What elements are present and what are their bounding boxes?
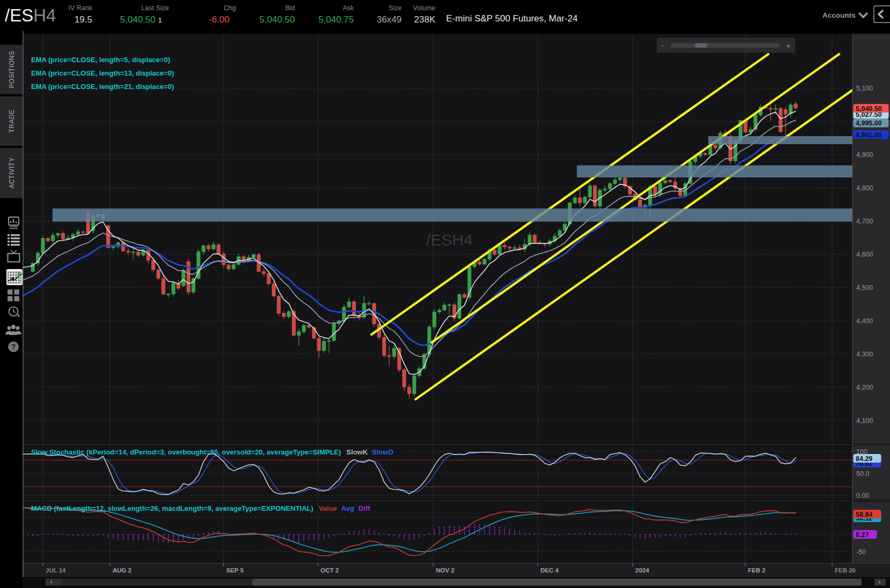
svg-text:4,800: 4,800	[856, 184, 873, 192]
svg-text:Chg: Chg	[224, 4, 236, 12]
svg-text:238K: 238K	[414, 14, 435, 25]
svg-text:-50: -50	[856, 548, 866, 556]
svg-text:4,995.00: 4,995.00	[856, 120, 882, 127]
svg-text:FEB 2: FEB 2	[748, 567, 766, 574]
svg-text:Ask: Ask	[343, 4, 354, 12]
svg-text:OCT 2: OCT 2	[321, 567, 339, 574]
svg-text:5,040.75: 5,040.75	[318, 14, 354, 25]
svg-text:EMA (price=CLOSE, length=13, d: EMA (price=CLOSE, length=13, displace=0)	[31, 69, 174, 77]
svg-text:0.00: 0.00	[856, 492, 869, 500]
svg-text:-: -	[661, 41, 664, 50]
svg-text:DEC 4: DEC 4	[540, 567, 559, 574]
svg-text:/ESH4: /ESH4	[5, 5, 56, 25]
svg-text:4,100: 4,100	[856, 417, 873, 425]
svg-text:JUL 14: JUL 14	[46, 567, 66, 574]
svg-text:4,961.00: 4,961.00	[856, 131, 882, 139]
svg-text:50.0: 50.0	[856, 470, 869, 478]
svg-text:MACD (fastLength=12, slowLengt: MACD (fastLength=12, slowLength=26, macd…	[31, 504, 370, 512]
svg-text:TRADE: TRADE	[8, 109, 16, 132]
svg-text:Slow Stochastic (kPeriod=14, d: Slow Stochastic (kPeriod=14, dPeriod=3, …	[31, 448, 394, 456]
svg-text:NOV 2: NOV 2	[436, 567, 455, 574]
svg-text:0.27: 0.27	[856, 531, 869, 539]
svg-text:58.84: 58.84	[856, 511, 872, 518]
svg-text:4,200: 4,200	[856, 384, 873, 391]
svg-text:ACTIVITY: ACTIVITY	[8, 158, 16, 189]
svg-text:/ESH4: /ESH4	[426, 231, 473, 249]
svg-text:E-mini S&P 500 Futures, Mar-24: E-mini S&P 500 Futures, Mar-24	[446, 13, 577, 24]
svg-text:2024: 2024	[635, 567, 649, 574]
svg-text:Bid: Bid	[285, 4, 295, 12]
svg-text:AUG 2: AUG 2	[113, 567, 131, 574]
svg-text:5,040.50: 5,040.50	[856, 105, 882, 113]
svg-text:FEB 26: FEB 26	[835, 567, 856, 574]
svg-text:19.5: 19.5	[75, 14, 92, 25]
svg-text:Size: Size	[389, 4, 402, 12]
svg-text:EMA (price=CLOSE, length=5, di: EMA (price=CLOSE, length=5, displace=0)	[31, 56, 170, 64]
svg-text:4,500: 4,500	[856, 284, 873, 292]
svg-text:Last Size: Last Size	[142, 4, 169, 12]
svg-text:+: +	[786, 41, 791, 50]
svg-text:36x49: 36x49	[377, 14, 402, 25]
svg-text:?: ?	[11, 343, 16, 351]
svg-text:SEP 5: SEP 5	[226, 567, 244, 574]
svg-text:84.29: 84.29	[856, 455, 872, 463]
svg-text:5,100: 5,100	[856, 85, 873, 92]
svg-text:IV Rank: IV Rank	[69, 4, 93, 12]
svg-text:4,300: 4,300	[856, 351, 873, 358]
svg-text:5,040.50 1: 5,040.50 1	[120, 14, 162, 25]
svg-text:Volume: Volume	[413, 4, 435, 12]
svg-text:4,400: 4,400	[856, 317, 873, 325]
svg-text:5,040.50: 5,040.50	[259, 14, 295, 25]
svg-text:4,700: 4,700	[856, 218, 873, 225]
svg-text:4,900: 4,900	[856, 151, 873, 159]
svg-text:4,600: 4,600	[856, 251, 873, 258]
svg-text:-6.00: -6.00	[209, 14, 229, 25]
svg-text:Accounts: Accounts	[822, 11, 856, 19]
svg-text:POSITIONS: POSITIONS	[8, 51, 16, 88]
svg-text:EMA (price=CLOSE, length=21, d: EMA (price=CLOSE, length=21, displace=0)	[31, 83, 174, 91]
